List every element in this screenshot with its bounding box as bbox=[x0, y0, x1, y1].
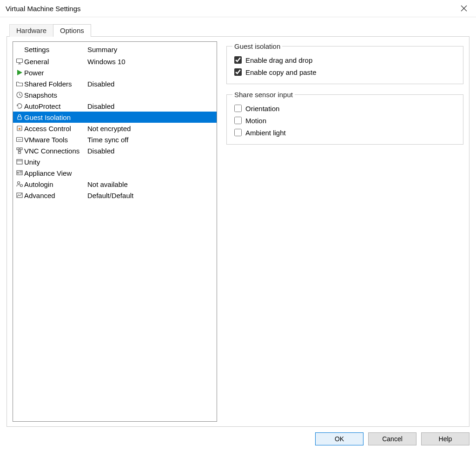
settings-row-vmware-tools[interactable]: vm VMware Tools Time sync off bbox=[13, 134, 217, 145]
settings-row-advanced[interactable]: Advanced Default/Default bbox=[13, 190, 217, 201]
settings-row-unity[interactable]: Unity bbox=[13, 156, 217, 167]
tab-strip: Hardware Options bbox=[9, 24, 469, 36]
ok-button[interactable]: OK bbox=[315, 432, 364, 445]
settings-row-power[interactable]: Power bbox=[13, 67, 217, 78]
user-icon bbox=[15, 180, 24, 188]
settings-row-label: AutoProtect bbox=[24, 102, 87, 110]
svg-text:vm: vm bbox=[18, 138, 21, 141]
svg-rect-2 bbox=[17, 59, 23, 63]
orientation-checkbox[interactable] bbox=[234, 105, 242, 112]
svg-line-8 bbox=[20, 95, 21, 96]
settings-row-label: VNC Connections bbox=[24, 147, 87, 155]
settings-row-general[interactable]: General Windows 10 bbox=[13, 56, 217, 67]
close-icon bbox=[460, 5, 468, 12]
settings-row-summary: Not encrypted bbox=[87, 125, 217, 133]
svg-rect-14 bbox=[17, 148, 19, 150]
svg-point-26 bbox=[20, 185, 23, 187]
settings-row-access-control[interactable]: Access Control Not encrypted bbox=[13, 123, 217, 134]
settings-row-label: Access Control bbox=[24, 125, 87, 133]
settings-row-guest-isolation[interactable]: Guest Isolation bbox=[13, 112, 217, 123]
settings-row-label: Unity bbox=[24, 158, 87, 166]
svg-point-25 bbox=[18, 182, 20, 184]
header-summary-label: Summary bbox=[87, 46, 217, 53]
content-area: Hardware Options Settings Summary Genera… bbox=[0, 17, 476, 427]
svg-line-17 bbox=[18, 150, 20, 152]
play-icon bbox=[15, 69, 24, 76]
settings-row-shared-folders[interactable]: Shared Folders Disabled bbox=[13, 78, 217, 89]
titlebar: Virtual Machine Settings bbox=[0, 0, 476, 17]
appliance-icon bbox=[15, 169, 24, 177]
settings-row-summary: Disabled bbox=[87, 147, 217, 155]
settings-list-header: Settings Summary bbox=[13, 42, 217, 56]
settings-list: Settings Summary General Windows 10 bbox=[13, 41, 217, 422]
settings-row-label: Power bbox=[24, 69, 87, 77]
shield-icon bbox=[15, 125, 24, 132]
network-icon bbox=[15, 147, 24, 154]
tab-hardware[interactable]: Hardware bbox=[9, 24, 53, 37]
options-detail-pane: Guest isolation Enable drag and drop Ena… bbox=[217, 41, 463, 422]
guest-isolation-legend: Guest isolation bbox=[232, 42, 282, 50]
close-button[interactable] bbox=[454, 1, 474, 15]
settings-row-summary: Not available bbox=[87, 180, 217, 188]
enable-copy-paste-checkbox[interactable] bbox=[234, 68, 242, 76]
enable-copy-paste-label[interactable]: Enable copy and paste bbox=[245, 68, 317, 76]
settings-row-label: General bbox=[24, 58, 87, 66]
settings-row-summary: Disabled bbox=[87, 102, 217, 110]
clock-icon bbox=[15, 91, 24, 99]
guest-isolation-group: Guest isolation Enable drag and drop Ena… bbox=[226, 42, 463, 84]
motion-checkbox[interactable] bbox=[234, 117, 242, 124]
motion-label[interactable]: Motion bbox=[245, 117, 266, 125]
settings-row-summary: Disabled bbox=[87, 80, 217, 88]
enable-drag-drop-checkbox[interactable] bbox=[234, 56, 242, 64]
settings-row-appliance-view[interactable]: Appliance View bbox=[13, 167, 217, 179]
svg-rect-9 bbox=[18, 117, 21, 119]
settings-row-label: Guest Isolation bbox=[24, 113, 87, 121]
settings-row-summary: Windows 10 bbox=[87, 58, 217, 66]
svg-rect-19 bbox=[17, 159, 22, 164]
window-title: Virtual Machine Settings bbox=[6, 5, 80, 13]
settings-row-label: Shared Folders bbox=[24, 80, 87, 88]
svg-line-18 bbox=[20, 150, 21, 152]
help-button[interactable]: Help bbox=[421, 432, 469, 445]
header-settings-label: Settings bbox=[24, 46, 87, 53]
svg-rect-11 bbox=[19, 128, 20, 130]
settings-row-label: Autologin bbox=[24, 180, 87, 188]
tab-panel-options: Settings Summary General Windows 10 bbox=[7, 36, 469, 427]
share-sensor-legend: Share sensor input bbox=[232, 91, 295, 99]
history-icon bbox=[15, 102, 24, 110]
settings-row-snapshots[interactable]: Snapshots bbox=[13, 89, 217, 100]
ambient-light-label[interactable]: Ambient light bbox=[245, 129, 286, 137]
settings-row-label: Appliance View bbox=[24, 169, 87, 177]
svg-point-22 bbox=[18, 172, 19, 173]
vm-icon: vm bbox=[15, 136, 24, 143]
ambient-light-checkbox[interactable] bbox=[234, 129, 242, 136]
chart-icon bbox=[15, 192, 24, 199]
dialog-footer: OK Cancel Help bbox=[0, 427, 476, 451]
enable-drag-drop-label[interactable]: Enable drag and drop bbox=[245, 56, 312, 64]
svg-rect-15 bbox=[20, 148, 22, 150]
monitor-icon bbox=[15, 58, 24, 65]
settings-row-summary: Time sync off bbox=[87, 136, 217, 144]
tab-options[interactable]: Options bbox=[53, 24, 91, 37]
orientation-label[interactable]: Orientation bbox=[245, 105, 279, 113]
folder-icon bbox=[15, 80, 24, 87]
settings-row-label: VMware Tools bbox=[24, 136, 87, 144]
settings-row-vnc-connections[interactable]: VNC Connections Disabled bbox=[13, 145, 217, 156]
settings-row-label: Advanced bbox=[24, 192, 87, 199]
settings-row-autologin[interactable]: Autologin Not available bbox=[13, 179, 217, 190]
cancel-button[interactable]: Cancel bbox=[368, 432, 416, 445]
window-icon bbox=[15, 158, 24, 166]
svg-rect-16 bbox=[19, 152, 21, 153]
settings-row-autoprotect[interactable]: AutoProtect Disabled bbox=[13, 100, 217, 112]
vm-settings-dialog: Virtual Machine Settings Hardware Option… bbox=[0, 0, 476, 451]
lock-icon bbox=[15, 113, 24, 121]
share-sensor-group: Share sensor input Orientation Motion Am… bbox=[226, 91, 463, 145]
settings-row-summary: Default/Default bbox=[87, 192, 217, 199]
settings-row-label: Snapshots bbox=[24, 91, 87, 99]
svg-marker-5 bbox=[17, 70, 22, 75]
